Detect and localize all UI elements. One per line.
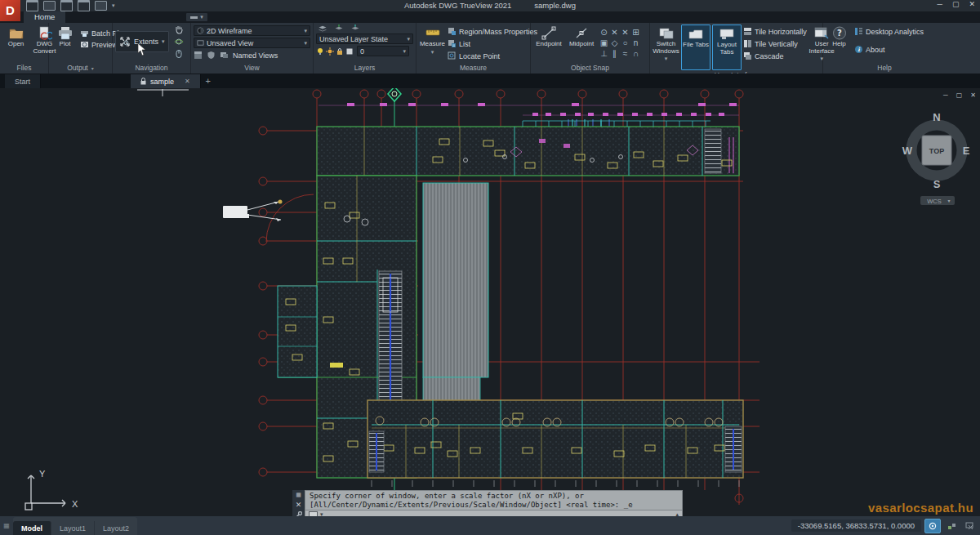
open-button[interactable]: Open bbox=[2, 25, 29, 48]
ribbon: Open DWG Convert Files Plot Batch Plot bbox=[0, 23, 980, 74]
customize-icon[interactable]: ▦ bbox=[296, 492, 301, 498]
cascade-button[interactable]: Cascade bbox=[743, 51, 807, 61]
layer-bulb-icon[interactable] bbox=[316, 47, 324, 56]
about-button[interactable]: i About bbox=[854, 44, 924, 55]
visual-style-dropdown[interactable]: 2D Wireframe ▾ bbox=[194, 25, 310, 36]
tab-sample[interactable]: sample ✕ bbox=[131, 74, 201, 88]
tab-layout1[interactable]: Layout1 bbox=[51, 521, 95, 535]
snap-center-icon[interactable]: ∩ bbox=[630, 48, 641, 59]
chevron-down-icon: ▾ bbox=[304, 40, 307, 47]
layer-color-icon[interactable] bbox=[345, 47, 354, 56]
view-state-dropdown[interactable]: Unsaved View ▾ bbox=[194, 38, 310, 48]
annotation-monitor-toggle[interactable] bbox=[924, 519, 941, 533]
snap-none-icon[interactable]: ≈ bbox=[620, 48, 630, 59]
chevron-down-icon: ▾ bbox=[947, 198, 950, 203]
cascade-icon bbox=[743, 51, 752, 60]
ucs-icon: Y X bbox=[15, 466, 92, 516]
layer-lock-icon[interactable] bbox=[336, 47, 344, 56]
named-views-button[interactable]: Named Views bbox=[233, 51, 278, 60]
current-layer-dropdown[interactable]: 0 ▾ bbox=[357, 46, 409, 56]
named-views-icon[interactable] bbox=[220, 51, 229, 60]
printer-icon bbox=[58, 26, 73, 40]
isolate-objects-toggle[interactable] bbox=[962, 519, 977, 533]
tab-start[interactable]: Start bbox=[5, 74, 41, 88]
layout-tabs-button[interactable]: Layout Tabs bbox=[712, 25, 742, 70]
desktop-analytics-button[interactable]: Desktop Analytics bbox=[854, 26, 924, 37]
ucs-x-label: X bbox=[72, 499, 78, 509]
close-tab-icon[interactable]: ✕ bbox=[185, 78, 190, 85]
chevron-down-icon: ▾ bbox=[200, 14, 203, 20]
shield-icon[interactable] bbox=[207, 51, 216, 60]
minimize-button[interactable]: ─ bbox=[938, 0, 942, 8]
pan-hand-icon[interactable] bbox=[174, 25, 184, 34]
snap-nearest-icon[interactable]: n bbox=[630, 38, 641, 48]
window-title: Autodesk DWG TrueView 2021sample.dwg bbox=[0, 1, 980, 10]
lock-icon bbox=[140, 78, 146, 85]
flyout-arrow-icon[interactable]: ▾ bbox=[91, 66, 94, 71]
app-logo[interactable]: D bbox=[0, 0, 20, 21]
snap-apparent-icon[interactable]: ✕ bbox=[620, 27, 630, 38]
help-button[interactable]: ? Help bbox=[826, 25, 853, 48]
units-toggle[interactable] bbox=[944, 519, 959, 533]
snap-perpendicular-icon[interactable]: ⊥ bbox=[599, 48, 609, 59]
locate-point-button[interactable]: Locate Point bbox=[448, 51, 537, 61]
layer-sun-icon[interactable] bbox=[326, 47, 334, 56]
snap-node-icon[interactable]: ⊙ bbox=[599, 27, 609, 38]
doc-close-button[interactable]: ✕ bbox=[970, 91, 976, 99]
doc-minimize-button[interactable]: ─ bbox=[943, 91, 948, 99]
viewcube-north[interactable]: N bbox=[933, 111, 940, 123]
close-button[interactable]: ✕ bbox=[969, 0, 975, 8]
restore-button[interactable]: ▢ bbox=[952, 0, 960, 8]
group-view: 2D Wireframe ▾ Unsaved View ▾ Named View… bbox=[191, 23, 314, 74]
tab-model[interactable]: Model bbox=[13, 521, 51, 535]
group-label-output: Output▾ bbox=[49, 63, 112, 74]
drawing-canvas[interactable]: ─ ▢ ✕ N W E S TOP WCS ▾ Y X bbox=[0, 88, 980, 516]
status-grid-icon[interactable]: ▦ bbox=[0, 516, 13, 535]
doc-restore-button[interactable]: ▢ bbox=[956, 91, 963, 99]
views-cube-icon[interactable] bbox=[194, 51, 203, 60]
group-layers: Unsaved Layer State ▾ 0 ▾ Layers bbox=[314, 23, 416, 74]
viewcube-west[interactable]: W bbox=[902, 145, 913, 157]
measure-button[interactable]: Measure ▾ bbox=[419, 25, 446, 56]
viewcube-south[interactable]: S bbox=[933, 178, 941, 190]
snap-insertion-icon[interactable]: ▣ bbox=[599, 38, 609, 48]
viewcube-east[interactable]: E bbox=[963, 145, 970, 157]
steering-wheel-icon[interactable] bbox=[174, 49, 184, 59]
info-icon: i bbox=[854, 45, 863, 54]
endpoint-button[interactable]: Endpoint bbox=[533, 25, 564, 48]
snap-parallel-icon[interactable]: ∥ bbox=[609, 48, 620, 59]
wcs-label: WCS bbox=[927, 198, 942, 205]
orbit-icon[interactable] bbox=[174, 37, 184, 47]
group-output: Plot Batch Plot Preview Output▾ bbox=[49, 23, 113, 74]
switch-windows-button[interactable]: Switch Windows ▾ bbox=[653, 25, 679, 63]
tab-layout2[interactable]: Layout2 bbox=[95, 521, 137, 535]
snap-intersection-icon[interactable]: ✕ bbox=[609, 27, 620, 38]
list-button[interactable]: List bbox=[448, 38, 537, 49]
midpoint-button[interactable]: Midpoint bbox=[566, 25, 597, 48]
snap-extension-icon[interactable]: ⊞ bbox=[630, 27, 641, 38]
layout-tab-strip: Model Layout1 Layout2 bbox=[13, 517, 137, 535]
region-mass-properties-button[interactable]: Region/Mass Properties bbox=[448, 26, 537, 37]
chevron-down-icon: ▾ bbox=[162, 38, 165, 45]
layer-on-icon[interactable] bbox=[334, 25, 344, 32]
viewcube[interactable]: N W E S TOP WCS ▾ bbox=[901, 103, 973, 209]
new-tab-button[interactable]: + bbox=[201, 74, 216, 88]
ribbon-minimize-control[interactable]: ▾ bbox=[186, 13, 207, 21]
close-command-icon[interactable]: ✕ bbox=[296, 501, 302, 509]
command-input[interactable]: ▾ ▴ bbox=[305, 510, 683, 516]
command-line[interactable]: ▦ ✕ Specify corner of window, enter a sc… bbox=[292, 490, 683, 516]
snap-tangent-icon[interactable]: ○ bbox=[620, 38, 630, 48]
tab-home[interactable]: Home bbox=[24, 11, 65, 23]
plot-button[interactable]: Plot bbox=[51, 25, 78, 48]
leader-note bbox=[223, 200, 283, 222]
isolate-objects-icon bbox=[965, 522, 974, 530]
chevron-down-icon: ▾ bbox=[431, 49, 434, 56]
layer-freeze-icon[interactable] bbox=[350, 25, 360, 32]
snap-quadrant-icon[interactable]: ◇ bbox=[609, 38, 620, 48]
tile-horizontally-button[interactable]: Tile Horizontally bbox=[743, 26, 807, 37]
layer-state-dropdown[interactable]: Unsaved Layer State ▾ bbox=[316, 33, 413, 44]
minimize-ribbon-icon bbox=[190, 16, 198, 19]
file-tabs-button[interactable]: File Tabs bbox=[681, 25, 710, 70]
tile-vertically-button[interactable]: Tile Vertically bbox=[743, 38, 807, 49]
layer-state-save-icon[interactable] bbox=[318, 25, 327, 32]
